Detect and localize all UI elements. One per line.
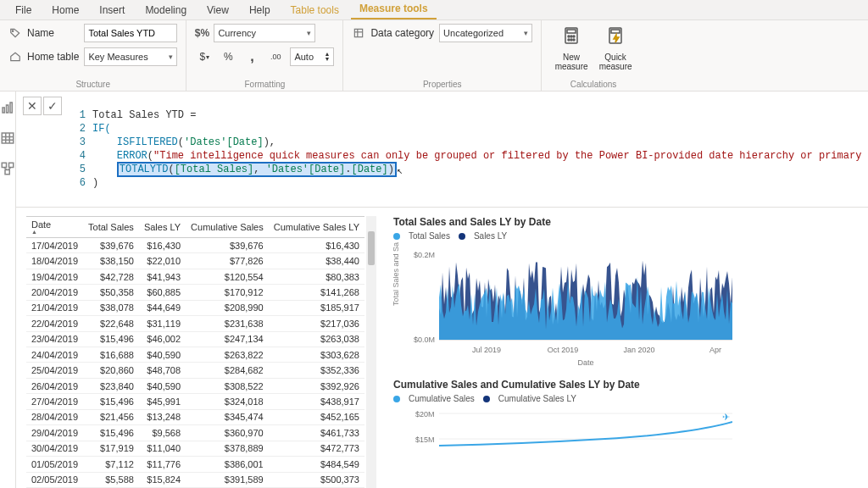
tab-file[interactable]: File [7,1,40,19]
percent-button[interactable]: % [219,47,237,66]
table-cell: $308,522 [186,378,269,393]
table-cell: $46,002 [139,331,186,347]
column-header[interactable]: Sales LY [139,217,186,238]
commit-formula-button[interactable]: ✓ [43,97,62,115]
table-cell: $17,919 [83,441,139,456]
scrollbar[interactable] [366,216,376,488]
tab-modeling[interactable]: Modeling [136,1,195,19]
table-cell: $38,078 [83,300,139,315]
table-cell: $11,040 [139,441,186,456]
table-row[interactable]: 24/04/2019$16,688$40,590$263,822$303,628 [26,347,364,363]
table-cell: $461,733 [269,425,364,441]
scrollbar-thumb[interactable] [368,231,375,265]
table-cell: $15,496 [83,331,139,347]
table-cell: $38,150 [83,253,139,269]
table-row[interactable]: 26/04/2019$23,840$40,590$308,522$392,926 [26,378,364,393]
cancel-formula-button[interactable]: ✕ [23,97,42,115]
svg-point-0 [12,30,14,32]
tab-home[interactable]: Home [43,1,87,19]
table-row[interactable]: 22/04/2019$22,648$31,119$231,638$217,036 [26,316,364,331]
table-row[interactable]: 23/04/2019$15,496$46,002$247,134$263,038 [26,331,364,347]
table-cell: $392,926 [269,378,364,393]
chart-cumulative-sales[interactable]: Cumulative Sales and Cumulative Sales LY… [393,379,868,450]
tab-help[interactable]: Help [241,1,279,19]
quick-measure-button[interactable]: Quick measure [594,24,637,73]
svg-rect-5 [567,30,576,33]
table-row[interactable]: 20/04/2019$50,358$60,885$170,912$141,268 [26,285,364,300]
svg-text:Jul 2019: Jul 2019 [472,346,501,354]
table-cell: $386,001 [186,457,269,472]
tab-view[interactable]: View [198,1,237,19]
column-header[interactable]: Date▲ [26,217,83,238]
table-row[interactable]: 27/04/2019$15,496$45,991$324,018$438,917 [26,394,364,409]
table-cell: $39,676 [83,237,139,252]
tab-insert[interactable]: Insert [91,1,133,19]
measure-name-input[interactable] [84,24,177,42]
chart-svg: and Cumulativ… $20M $15M ✈ [393,405,732,447]
decimal-places-select[interactable]: Auto ▲▼ [290,47,334,66]
group-formatting: $% Currency▾ $▾ % , .00 Auto ▲▼ Forma [186,20,343,91]
thousands-button[interactable]: , [242,47,261,66]
dax-editor[interactable]: 1Total Sales YTD = 2IF( 3 ISFILTERED('Da… [69,92,868,207]
table-cell: $21,456 [83,409,139,424]
table-row[interactable]: 28/04/2019$21,456$13,248$345,474$452,165 [26,409,364,424]
quick-measure-icon [605,25,626,51]
table-cell: $22,010 [139,253,186,269]
svg-text:$0.0M: $0.0M [414,336,435,344]
decimals-button[interactable]: .00 [266,47,285,66]
table-cell: $247,134 [186,331,269,347]
home-table-select[interactable]: Key Measures▾ [84,47,177,66]
table-cell: $13,248 [139,409,186,424]
table-cell: $48,708 [139,363,186,378]
table-cell: 25/04/2019 [26,363,83,378]
format-select[interactable]: Currency▾ [214,24,315,42]
table-cell: 26/04/2019 [26,378,83,393]
table-cell: 18/04/2019 [26,253,83,269]
report-view-icon[interactable] [0,100,15,119]
table-cell: $39,676 [186,237,269,252]
table-row[interactable]: 25/04/2019$20,860$48,708$284,682$352,336 [26,363,364,378]
data-category-select[interactable]: Uncategorized▾ [439,24,532,42]
legend-swatch [459,233,465,240]
table-cell: $120,554 [186,269,269,284]
legend-swatch [393,396,400,402]
table-cell: $22,648 [83,316,139,331]
table-cell: 19/04/2019 [26,269,83,284]
table-visual[interactable]: Date▲Total SalesSales LYCumulative Sales… [26,216,376,488]
table-row[interactable]: 21/04/2019$38,078$44,649$208,990$185,917 [26,300,364,315]
column-header[interactable]: Total Sales [83,217,139,238]
svg-rect-23 [9,163,14,167]
data-view-icon[interactable] [0,130,15,149]
svg-text:$20M: $20M [415,410,435,419]
table-row[interactable]: 18/04/2019$38,150$22,010$77,826$38,440 [26,253,364,269]
table-cell: $40,590 [139,347,186,363]
column-header[interactable]: Cumulative Sales [186,217,269,238]
data-category-label: Data category [370,27,434,39]
table-row[interactable]: 29/04/2019$15,496$9,568$360,970$461,733 [26,425,364,441]
model-view-icon[interactable] [0,161,15,180]
currency-button[interactable]: $▾ [195,47,214,66]
table-row[interactable]: 02/05/2019$5,588$15,824$391,589$500,373 [26,472,364,488]
svg-point-6 [568,36,570,37]
chart-legend: Total Sales Sales LY [393,231,868,241]
svg-text:✈: ✈ [722,412,730,422]
table-row[interactable]: 01/05/2019$7,112$11,776$386,001$484,549 [26,457,364,472]
chart-total-sales[interactable]: Total Sales and Sales LY by Date Total S… [393,216,868,372]
cursor-icon: ↖ [397,165,403,177]
table-row[interactable]: 30/04/2019$17,919$11,040$378,889$472,773 [26,441,364,456]
table-cell: $284,682 [186,363,269,378]
table-cell: 24/04/2019 [26,347,83,363]
table-cell: $38,440 [269,253,364,269]
tab-measure-tools[interactable]: Measure tools [351,0,437,19]
table-cell: $345,474 [186,409,269,424]
table-row[interactable]: 19/04/2019$42,728$41,943$120,554$80,383 [26,269,364,284]
tab-table-tools[interactable]: Table tools [282,1,348,19]
table-cell: $16,430 [139,237,186,252]
new-measure-button[interactable]: New measure [550,24,593,73]
chevron-down-icon: ▾ [307,29,311,37]
table-row[interactable]: 17/04/2019$39,676$16,430$39,676$16,430 [26,237,364,252]
svg-rect-13 [611,30,620,33]
table-cell: $42,728 [83,269,139,284]
table-cell: $452,165 [269,409,364,424]
column-header[interactable]: Cumulative Sales LY [269,217,364,238]
